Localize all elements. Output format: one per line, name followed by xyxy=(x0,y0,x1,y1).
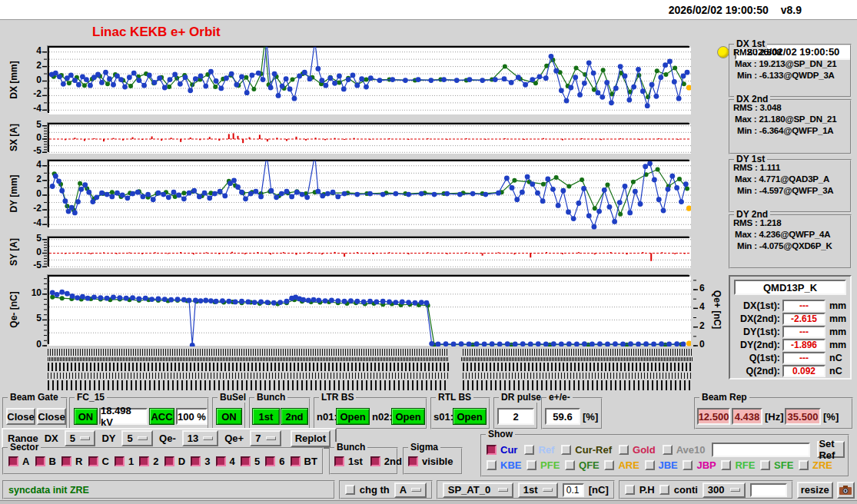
range-dy-select[interactable]: 5 xyxy=(121,430,153,446)
sector-checkbox-BT[interactable] xyxy=(291,456,301,466)
show-ave10-checkbox[interactable] xyxy=(663,445,673,455)
dx-orbit-plot: DX [mm]-4-2024 xyxy=(0,46,729,113)
min-value: -4.075@QXD6P_K xyxy=(759,241,832,250)
beam-gate-group: Beam Gate Close Close xyxy=(2,397,68,429)
ltr-n02-open-button[interactable]: Open xyxy=(391,408,425,425)
show-qfe-checkbox[interactable] xyxy=(565,460,575,470)
status-bar: syncdata init ZRE chg th A SP_AT_0 1st [… xyxy=(2,479,855,500)
bunch-1st-checkbox[interactable] xyxy=(334,456,344,466)
beam-gate-close-1-button[interactable]: Close xyxy=(6,408,35,425)
sector-checkbox-B[interactable] xyxy=(35,456,45,466)
busel-on-button[interactable]: ON xyxy=(216,408,242,425)
sector-a-select[interactable]: A xyxy=(394,482,427,498)
bpm-value: --- xyxy=(782,352,825,364)
stats-group-title: DX 1st xyxy=(734,38,767,49)
replot-button[interactable]: Replot xyxy=(291,430,331,447)
resize-button[interactable]: resize xyxy=(797,482,833,499)
dr-pulse-field[interactable]: 2 xyxy=(497,408,534,425)
titlebar-version: v8.9 xyxy=(781,4,802,16)
window-bottom-strip xyxy=(0,500,857,504)
fc15-group: FC_15 ON 18.498 kV ACC 100 % xyxy=(69,397,209,429)
set-ref-button[interactable]: Set Ref xyxy=(817,441,845,458)
sector-item: A xyxy=(8,456,29,467)
range-dx-select[interactable]: 5 xyxy=(65,430,96,446)
charge-plot: Qe- [nC]05100246Qe+ [nC] xyxy=(0,275,729,344)
show-are-checkbox[interactable] xyxy=(604,460,614,470)
range-qe-minus-select[interactable]: 13 xyxy=(182,430,218,446)
option-menu-dash-icon xyxy=(543,488,553,492)
bunch-1st-button[interactable]: 1st xyxy=(252,408,280,425)
threshold-input[interactable] xyxy=(563,483,584,497)
show-ref-checkbox[interactable] xyxy=(524,445,534,455)
show-cur-ref-checkbox[interactable] xyxy=(561,445,571,455)
sector-checkbox-6[interactable] xyxy=(265,456,275,466)
beam-rep-value-1: 12.500 xyxy=(697,408,730,425)
show-kbe-checkbox[interactable] xyxy=(487,460,497,470)
beam-gate-close-2-button[interactable]: Close xyxy=(37,408,66,425)
show-rfe-checkbox[interactable] xyxy=(721,460,731,470)
sector-checkbox-3[interactable] xyxy=(191,456,201,466)
sx-steering-plot: SX [A]50-5 xyxy=(0,123,729,152)
stats-group-dx1st: DX 1st RMS : 2.808 Max : 19.213@SP_DN_21… xyxy=(729,44,852,98)
sector-checkbox-C[interactable] xyxy=(88,456,98,466)
option-menu-dash-icon xyxy=(266,436,276,440)
ratio-field[interactable]: 59.6 xyxy=(545,408,580,425)
acquisition-section: P.H conti 300 xyxy=(619,480,793,499)
sigma-visible-checkbox[interactable] xyxy=(408,456,418,466)
bpm-value: --- xyxy=(782,326,825,338)
fc15-acc-button[interactable]: ACC xyxy=(149,408,174,425)
sector-checkbox-1[interactable] xyxy=(115,456,125,466)
ratio-group: e+/e- 59.6 [%] xyxy=(541,397,603,429)
conti-checkbox[interactable] xyxy=(659,485,669,495)
bpm-value: -1.896 xyxy=(782,339,825,351)
bpm-name-axis-labels xyxy=(48,348,693,393)
bunch-number-select[interactable]: 1st xyxy=(518,482,558,498)
ltr-n01-open-button[interactable]: Open xyxy=(336,408,370,425)
show-group: Show Cur Ref Cur-Ref Gold Ave10 Set Ref … xyxy=(480,434,849,477)
show-zre-checkbox[interactable] xyxy=(799,460,809,470)
s igma-group: Sigma visible xyxy=(403,447,463,475)
range-qe-plus-select[interactable]: 7 xyxy=(250,430,281,446)
fc15-on-button[interactable]: ON xyxy=(74,408,98,425)
fc15-kv-field[interactable]: 18.498 kV xyxy=(99,408,148,425)
count-input[interactable] xyxy=(750,483,787,497)
show-jbe-checkbox[interactable] xyxy=(645,460,655,470)
sector-item: 1 xyxy=(115,456,134,467)
fc15-percent-field[interactable]: 100 % xyxy=(176,408,208,425)
sector-checkbox-R[interactable] xyxy=(61,456,71,466)
range-panel: Range DX 5 DY 5 Qe- 13 Qe+ 7 Replot xyxy=(2,428,337,449)
show-sfe-checkbox[interactable] xyxy=(760,460,770,470)
status-message: syncdata init ZRE xyxy=(8,485,89,496)
bunch-2nd-button[interactable]: 2nd xyxy=(281,408,308,425)
option-menu-dash-icon xyxy=(411,488,421,492)
stats-group-dx2nd: DX 2nd RMS : 3.048 Max : 21.180@SP_DN_21… xyxy=(729,99,852,154)
show-pfe-checkbox[interactable] xyxy=(526,460,536,470)
ph-checkbox[interactable] xyxy=(625,485,635,495)
rtl-s01-open-button[interactable]: Open xyxy=(453,408,487,425)
bpm-value: --- xyxy=(782,300,825,312)
chg-th-checkbox[interactable] xyxy=(345,485,355,495)
bpm-value: -2.615 xyxy=(782,313,825,325)
sector-checkbox-A[interactable] xyxy=(8,456,18,466)
count-select[interactable]: 300 xyxy=(703,482,746,498)
stats-group-title: DX 2nd xyxy=(734,94,770,104)
dy-orbit-plot: DY [mm]-4-2024 xyxy=(0,160,729,227)
bunch-2nd-checkbox[interactable] xyxy=(370,456,380,466)
sector-group: Sector A B R C 1 2 D 3 4 5 6 BT xyxy=(2,447,324,475)
show-jbp-checkbox[interactable] xyxy=(683,460,693,470)
show-cur-checkbox[interactable] xyxy=(487,445,497,455)
beam-rep-value-2: 4.438 xyxy=(732,408,762,425)
sector-checkbox-4[interactable] xyxy=(216,456,226,466)
min-value: -4.597@QWFP_3A xyxy=(759,186,834,195)
sector-checkbox-D[interactable] xyxy=(164,456,174,466)
screenshot-button[interactable] xyxy=(837,482,855,499)
ltr-bs-group: LTR BS n01: Open n02: Open xyxy=(314,397,427,429)
show-gold-checkbox[interactable] xyxy=(619,445,629,455)
ref-file-input[interactable] xyxy=(712,443,810,457)
sector-checkbox-5[interactable] xyxy=(241,456,251,466)
sy-steering-plot: SY [A]50-5 xyxy=(0,237,729,267)
bpm-name-select[interactable]: SP_AT_0 xyxy=(443,482,513,498)
sector-checkbox-2[interactable] xyxy=(139,456,149,466)
option-menu-dash-icon xyxy=(80,436,90,440)
sector-item: B xyxy=(35,456,56,467)
